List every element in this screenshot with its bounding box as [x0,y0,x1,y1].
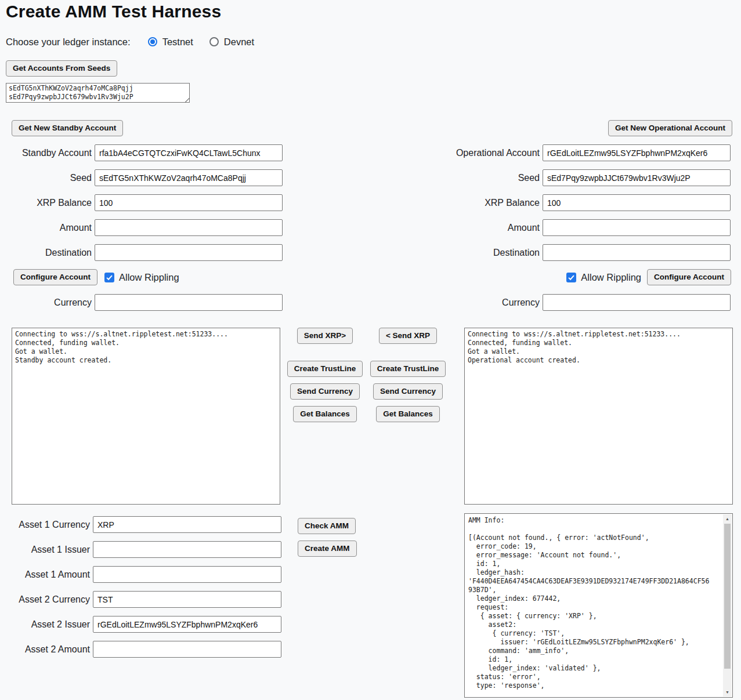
asset2-currency-field[interactable] [93,591,281,608]
amm-info-text: AMM Info: [(Account not found., { error:… [465,514,723,697]
amm-info-box[interactable]: AMM Info: [(Account not found., { error:… [464,513,733,698]
testnet-radio[interactable] [148,37,157,46]
devnet-radio[interactable] [209,37,219,46]
operational-log-textarea[interactable] [464,328,733,505]
form-row: Asset 1 Issuer [0,541,281,558]
standby-seed-label: Seed [0,173,95,183]
operational-configure-row: Allow Rippling Configure Account [566,269,731,285]
form-row: XRP Balance [0,194,283,211]
standby-xrp-balance-field[interactable] [95,194,283,211]
ledger-instance-chooser: Choose your ledger instance: Testnet Dev… [6,34,254,49]
ledger-instance-label: Choose your ledger instance: [6,37,131,48]
operational-send-xrp-button[interactable]: < Send XRP [379,328,437,344]
form-row: XRP Balance [409,194,731,211]
devnet-radio-label[interactable]: Devnet [224,37,254,48]
seeds-textarea-wrap [6,83,190,103]
form-row: Seed [409,169,731,186]
asset1-amount-label: Asset 1 Amount [0,570,93,580]
operational-seed-field[interactable] [543,169,731,186]
standby-account-form: Standby Account Seed XRP Balance Amount … [0,144,283,269]
standby-allow-rippling-checkbox[interactable] [104,273,114,282]
operational-xrp-balance-field[interactable] [543,194,731,211]
asset2-amount-field[interactable] [93,641,281,658]
asset2-issuer-label: Asset 2 Issuer [0,619,93,630]
operational-account-field[interactable] [543,144,731,161]
testnet-radio-label[interactable]: Testnet [162,37,193,48]
standby-configure-row: Configure Account Allow Rippling [13,269,179,285]
operational-allow-rippling-label[interactable]: Allow Rippling [581,272,641,283]
form-row: Amount [409,219,731,236]
devnet-radio-group[interactable]: Devnet [209,37,254,48]
create-amm-test-harness-page: Create AMM Test Harness Choose your ledg… [0,0,741,700]
standby-destination-field[interactable] [95,244,283,261]
form-row: Standby Account [0,144,283,161]
operational-currency-field[interactable] [543,294,731,311]
standby-allow-rippling-label[interactable]: Allow Rippling [119,272,179,283]
standby-amount-field[interactable] [95,219,283,236]
standby-account-field[interactable] [95,144,283,161]
form-row: Destination [409,244,731,261]
amm-info-scrollbar[interactable]: ▲ ▼ [723,514,732,697]
standby-log-textarea[interactable] [12,328,280,505]
operational-xrp-balance-label: XRP Balance [409,198,543,208]
scroll-up-icon[interactable]: ▲ [723,514,732,523]
standby-currency-row: Currency [0,294,283,311]
form-row: Operational Account [409,144,731,161]
operational-get-balances-button[interactable]: Get Balances [376,406,440,422]
standby-amount-label: Amount [0,223,95,233]
standby-currency-field[interactable] [95,294,283,311]
asset1-currency-field[interactable] [93,516,281,533]
get-new-standby-account-button[interactable]: Get New Standby Account [12,120,123,136]
operational-create-trustline-button[interactable]: Create TrustLine [370,361,446,377]
operational-allow-rippling-checkbox[interactable] [566,273,576,282]
asset1-issuer-field[interactable] [93,541,281,558]
seeds-textarea[interactable] [6,83,190,103]
standby-send-xrp-button[interactable]: Send XRP> [297,328,353,344]
form-row: Destination [0,244,283,261]
operational-account-label: Operational Account [409,148,543,158]
standby-get-balances-button[interactable]: Get Balances [293,406,357,422]
amm-asset-form: Asset 1 Currency Asset 1 Issuer Asset 1 … [0,516,281,666]
standby-create-trustline-button[interactable]: Create TrustLine [287,361,363,377]
form-row: Asset 1 Amount [0,566,281,583]
form-row: Asset 2 Issuer [0,616,281,633]
standby-destination-label: Destination [0,248,95,258]
asset1-currency-label: Asset 1 Currency [0,520,93,530]
operational-currency-label: Currency [409,298,543,308]
standby-seed-field[interactable] [95,169,283,186]
operational-destination-field[interactable] [543,244,731,261]
operational-amount-field[interactable] [543,219,731,236]
check-amm-button[interactable]: Check AMM [298,518,356,534]
create-amm-button[interactable]: Create AMM [298,541,357,557]
page-title: Create AMM Test Harness [6,2,221,21]
asset2-issuer-field[interactable] [93,616,281,633]
standby-xrp-balance-label: XRP Balance [0,198,95,208]
operational-seed-label: Seed [409,173,543,183]
scroll-down-icon[interactable]: ▼ [723,688,732,697]
form-row: Asset 1 Currency [0,516,281,533]
form-row: Amount [0,219,283,236]
standby-currency-label: Currency [0,298,95,308]
get-new-operational-account-button[interactable]: Get New Operational Account [608,120,732,136]
standby-send-currency-button[interactable]: Send Currency [290,383,360,400]
operational-send-currency-button[interactable]: Send Currency [373,383,443,400]
operational-actions: < Send XRP Create TrustLine Send Currenc… [371,328,444,429]
standby-configure-account-button[interactable]: Configure Account [13,269,97,285]
scrollbar-thumb[interactable] [724,524,731,669]
asset1-amount-field[interactable] [93,566,281,583]
operational-destination-label: Destination [409,248,543,258]
asset1-issuer-label: Asset 1 Issuer [0,545,93,555]
form-row: Asset 2 Currency [0,591,281,608]
operational-configure-account-button[interactable]: Configure Account [647,269,731,285]
asset2-amount-label: Asset 2 Amount [0,644,93,655]
form-row: Asset 2 Amount [0,641,281,658]
amm-action-buttons: Check AMM Create AMM [298,518,357,557]
testnet-radio-group[interactable]: Testnet [148,37,193,48]
asset2-currency-label: Asset 2 Currency [0,594,93,605]
form-row: Seed [0,169,283,186]
checkmark-icon [106,274,113,281]
get-accounts-from-seeds-button[interactable]: Get Accounts From Seeds [6,60,117,77]
operational-currency-row: Currency [409,294,731,311]
operational-amount-label: Amount [409,223,543,233]
standby-actions: Send XRP> Create TrustLine Send Currency… [288,328,362,429]
